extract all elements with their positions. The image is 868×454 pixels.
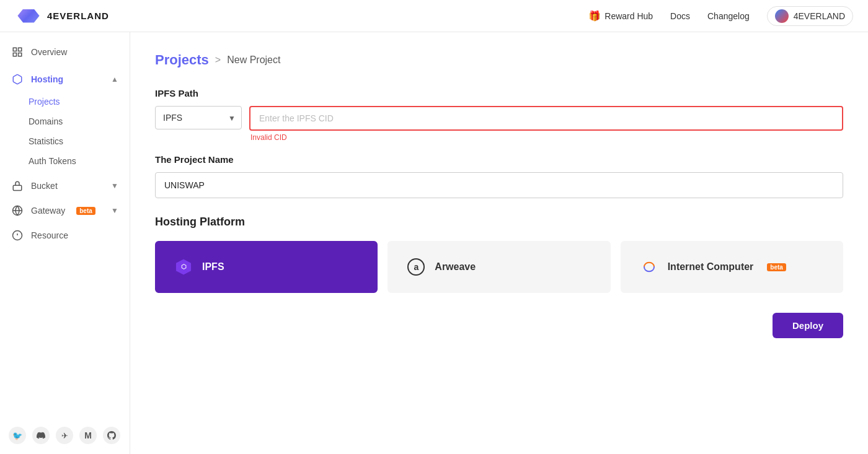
projects-label: Projects bbox=[29, 97, 60, 107]
svg-rect-0 bbox=[13, 48, 16, 51]
user-menu[interactable]: 4EVERLAND bbox=[767, 6, 853, 26]
changelog-link[interactable]: Changelog bbox=[707, 11, 750, 21]
sidebar-section-hosting: Hosting ▲ Projects Domains Statistics Au… bbox=[0, 64, 130, 173]
overview-label: Overview bbox=[31, 47, 67, 57]
sidebar-social: 🐦 ✈ M bbox=[0, 417, 130, 454]
platform-ic-label: Internet Computer bbox=[668, 261, 754, 273]
arweave-icon: a bbox=[407, 258, 425, 276]
project-name-label: The Project Name bbox=[155, 154, 843, 165]
project-name-input[interactable] bbox=[155, 172, 843, 198]
twitter-icon[interactable]: 🐦 bbox=[9, 427, 26, 444]
top-navigation: 4EVERLAND 🎁 Reward Hub Docs Changelog 4E… bbox=[0, 0, 868, 32]
ic-beta-badge: beta bbox=[767, 263, 786, 271]
hosting-platform-title: Hosting Platform bbox=[155, 216, 843, 229]
gateway-icon bbox=[11, 204, 24, 217]
svg-rect-1 bbox=[19, 48, 22, 51]
ipfs-select-wrapper[interactable]: IPFS AR ▼ bbox=[155, 106, 242, 131]
bucket-icon bbox=[11, 180, 24, 192]
platform-ipfs-label: IPFS bbox=[202, 261, 224, 273]
reward-hub-link[interactable]: 🎁 Reward Hub bbox=[588, 10, 653, 22]
platform-arweave-label: Arweave bbox=[435, 261, 476, 273]
svg-rect-2 bbox=[13, 53, 16, 56]
gateway-chevron: ▼ bbox=[111, 206, 118, 215]
hosting-chevron: ▲ bbox=[111, 75, 118, 84]
platform-card-ic[interactable]: Internet Computer beta bbox=[621, 241, 843, 293]
sidebar-item-gateway[interactable]: Gateway beta ▼ bbox=[0, 198, 130, 223]
main-content: Projects > New Project IPFS Path IPFS AR… bbox=[130, 32, 868, 454]
overview-icon bbox=[11, 46, 24, 58]
ic-platform-icon bbox=[639, 257, 659, 277]
user-name: 4EVERLAND bbox=[794, 11, 845, 21]
breadcrumb-separator: > bbox=[215, 55, 221, 66]
sidebar: Overview Hosting ▲ Proje bbox=[0, 32, 130, 454]
telegram-icon[interactable]: ✈ bbox=[56, 427, 73, 444]
github-icon[interactable] bbox=[103, 427, 120, 444]
logo[interactable]: 4EVERLAND bbox=[15, 9, 109, 23]
sidebar-nav: Overview Hosting ▲ Proje bbox=[0, 32, 130, 255]
domains-label: Domains bbox=[29, 116, 63, 126]
sidebar-item-resource[interactable]: Resource bbox=[0, 223, 130, 248]
docs-link[interactable]: Docs bbox=[670, 11, 690, 21]
nav-right: 🎁 Reward Hub Docs Changelog 4EVERLAND bbox=[588, 6, 853, 26]
logo-icon bbox=[15, 9, 42, 23]
arweave-platform-icon: a bbox=[406, 257, 426, 277]
breadcrumb: Projects > New Project bbox=[155, 52, 843, 68]
ipfs-cid-input[interactable] bbox=[249, 106, 843, 131]
invalid-cid-error: Invalid CID bbox=[155, 133, 843, 142]
bucket-label: Bucket bbox=[31, 181, 58, 191]
sidebar-item-projects[interactable]: Projects bbox=[0, 92, 130, 111]
resource-icon bbox=[11, 229, 24, 242]
sidebar-item-domains[interactable]: Domains bbox=[0, 111, 130, 131]
svg-text:⬡: ⬡ bbox=[181, 263, 187, 270]
hosting-section-header[interactable]: Hosting ▲ bbox=[0, 67, 130, 92]
gateway-beta-badge: beta bbox=[76, 207, 95, 215]
user-avatar bbox=[775, 9, 789, 23]
platform-cards: ⬡ IPFS a Arweave bbox=[155, 241, 843, 293]
platform-card-ipfs[interactable]: ⬡ IPFS bbox=[155, 241, 378, 293]
ipfs-select[interactable]: IPFS AR bbox=[155, 106, 242, 129]
platform-card-arweave[interactable]: a Arweave bbox=[388, 241, 610, 293]
ipfs-platform-icon: ⬡ bbox=[174, 257, 193, 277]
svg-rect-3 bbox=[19, 53, 22, 56]
sidebar-item-overview[interactable]: Overview bbox=[0, 40, 130, 64]
resource-label: Resource bbox=[31, 230, 68, 240]
discord-icon[interactable] bbox=[32, 427, 50, 444]
deploy-button[interactable]: Deploy bbox=[773, 313, 843, 338]
sidebar-item-statistics[interactable]: Statistics bbox=[0, 131, 130, 151]
bucket-chevron: ▼ bbox=[111, 181, 118, 190]
sidebar-item-auth-tokens[interactable]: Auth Tokens bbox=[0, 151, 130, 171]
auth-tokens-label: Auth Tokens bbox=[29, 156, 76, 166]
ipfs-path-row: IPFS AR ▼ bbox=[155, 106, 843, 131]
hosting-icon bbox=[11, 73, 24, 85]
main-layout: Overview Hosting ▲ Proje bbox=[0, 32, 868, 454]
content-inner: Projects > New Project IPFS Path IPFS AR… bbox=[130, 32, 868, 333]
ipfs-path-label: IPFS Path bbox=[155, 88, 843, 98]
breadcrumb-projects[interactable]: Projects bbox=[155, 52, 209, 68]
breadcrumb-current: New Project bbox=[227, 55, 280, 66]
sidebar-item-bucket[interactable]: Bucket ▼ bbox=[0, 173, 130, 198]
statistics-label: Statistics bbox=[29, 136, 63, 146]
gateway-label: Gateway bbox=[31, 206, 65, 216]
reward-hub-label: Reward Hub bbox=[604, 11, 653, 21]
reward-icon: 🎁 bbox=[588, 10, 601, 22]
logo-text: 4EVERLAND bbox=[47, 11, 109, 21]
hosting-label: Hosting bbox=[31, 74, 63, 84]
medium-icon[interactable]: M bbox=[79, 427, 97, 444]
